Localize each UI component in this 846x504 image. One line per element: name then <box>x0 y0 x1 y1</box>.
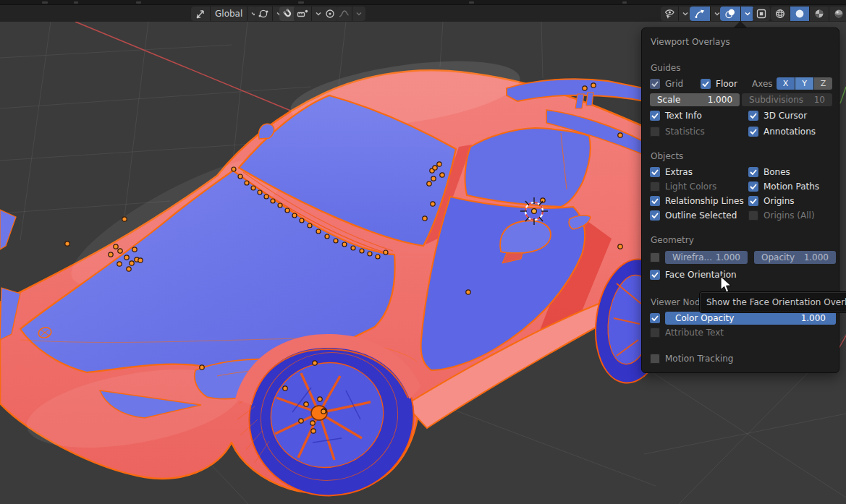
bones-label: Bones <box>763 167 790 177</box>
relationship-lines-checkbox[interactable] <box>650 196 660 206</box>
gizmos-group[interactable] <box>690 7 724 21</box>
outline-selected-label: Outline Selected <box>665 210 737 221</box>
floor-checkbox[interactable] <box>701 79 711 89</box>
shading-material-button[interactable] <box>810 7 829 21</box>
chevron-down-icon <box>356 12 362 16</box>
shading-solid-button[interactable] <box>790 7 809 21</box>
xray-toggle[interactable] <box>753 7 770 21</box>
statistics-label: Statistics <box>665 127 705 137</box>
chevron-down-icon <box>745 12 750 16</box>
gizmos-toggle[interactable] <box>690 7 710 21</box>
annotations-checkbox[interactable] <box>748 127 758 137</box>
proportional-falloff-dropdown[interactable] <box>336 7 365 21</box>
axes-xyz-toggle[interactable]: X Y Z <box>777 77 832 90</box>
proportional-falloff-icon <box>338 8 350 20</box>
popover-arrow <box>734 21 747 27</box>
shading-wireframe-icon <box>774 8 786 20</box>
color-opacity-slider[interactable]: Color Opacity1.000 <box>665 312 836 325</box>
check-icon <box>651 272 659 278</box>
grid-label: Grid <box>665 79 694 89</box>
check-icon <box>750 169 757 175</box>
tooltip: Show the Face Orientation Overlay. <box>699 291 846 313</box>
chevron-down-icon <box>316 12 321 16</box>
check-icon <box>651 198 659 204</box>
check-icon <box>750 198 757 204</box>
check-icon <box>651 315 659 321</box>
check-icon <box>750 184 757 189</box>
viewport-header: Global <box>0 5 846 22</box>
attribute-text-label: Attribute Text <box>665 328 724 338</box>
axis-x-button[interactable]: X <box>777 77 795 90</box>
3d-cursor-label: 3D Cursor <box>763 111 807 121</box>
section-guides: Guides <box>651 63 681 73</box>
axis-z-button[interactable]: Z <box>814 77 832 90</box>
snap-target-icon <box>297 8 308 20</box>
check-icon <box>750 129 757 134</box>
check-icon <box>651 113 659 119</box>
section-viewer-node: Viewer Node <box>651 297 706 307</box>
snap-target-dropdown[interactable] <box>294 7 325 21</box>
statistics-checkbox[interactable] <box>650 127 660 137</box>
origins-label: Origins <box>763 196 795 206</box>
shading-mode-group[interactable] <box>771 7 846 21</box>
bones-checkbox[interactable] <box>748 167 758 177</box>
pivot-point-icon <box>258 8 269 20</box>
panel-title: Viewport Overlays <box>651 37 730 47</box>
3d-cursor-checkbox[interactable] <box>748 111 758 121</box>
check-icon <box>651 81 659 87</box>
car-side-window-blue <box>465 128 591 207</box>
menubar-cutoff <box>0 0 846 5</box>
grid-subdivisions-slider[interactable]: Subdivisions10 <box>742 93 832 106</box>
transform-orientation-icon <box>195 8 206 20</box>
transform-orientation-label[interactable]: Global <box>211 7 247 21</box>
wireframe-slider[interactable]: Wirefra...1.000 <box>665 251 748 264</box>
shading-material-icon <box>813 8 825 20</box>
grid-checkbox[interactable] <box>650 79 660 89</box>
motion-paths-checkbox[interactable] <box>748 181 758 192</box>
tooltip-text: Show the Face Orientation Overlay. <box>706 297 846 307</box>
text-info-label: Text Info <box>665 111 702 121</box>
color-opacity-checkbox[interactable] <box>650 313 660 323</box>
shading-wireframe-button[interactable] <box>771 7 790 21</box>
motion-tracking-checkbox[interactable] <box>650 354 660 364</box>
show-object-types-dropdown[interactable] <box>661 7 692 21</box>
wireframe-checkbox[interactable] <box>650 252 660 262</box>
light-colors-label: Light Colors <box>665 181 716 192</box>
light-colors-checkbox[interactable] <box>650 181 660 192</box>
chevron-down-icon <box>682 12 688 16</box>
gizmos-icon <box>694 8 706 20</box>
snap-magnet-icon <box>282 8 294 20</box>
text-info-checkbox[interactable] <box>650 111 660 121</box>
overlays-toggle[interactable] <box>720 7 740 21</box>
shading-solid-icon <box>794 8 805 20</box>
check-icon <box>702 81 709 87</box>
chevron-down-icon <box>714 12 720 16</box>
origins-checkbox[interactable] <box>748 196 758 206</box>
extras-checkbox[interactable] <box>650 167 660 177</box>
overlays-icon <box>724 8 736 20</box>
origins-all-label: Origins (All) <box>763 210 815 221</box>
axes-label: Axes <box>752 79 777 89</box>
relationship-lines-label: Relationship Lines <box>665 196 744 206</box>
origins-all-checkbox[interactable] <box>748 210 758 221</box>
geometry-opacity-slider[interactable]: Opacity1.000 <box>754 251 836 264</box>
extras-label: Extras <box>665 167 693 177</box>
face-orientation-checkbox[interactable] <box>650 270 660 280</box>
outline-selected-checkbox[interactable] <box>650 210 660 221</box>
motion-paths-label: Motion Paths <box>763 181 819 192</box>
mouse-cursor-icon <box>719 276 733 294</box>
section-geometry: Geometry <box>651 235 694 245</box>
shading-rendered-button[interactable] <box>829 7 846 21</box>
check-icon <box>651 169 659 175</box>
floor-label: Floor <box>716 79 746 89</box>
axis-y-button[interactable]: Y <box>795 77 814 90</box>
proportional-editing-icon <box>324 8 336 20</box>
overlays-group[interactable] <box>720 7 754 21</box>
show-object-types-icon <box>664 8 675 20</box>
section-objects: Objects <box>651 151 683 161</box>
check-icon <box>750 113 757 119</box>
check-icon <box>651 213 659 218</box>
grid-scale-slider[interactable]: Scale1.000 <box>650 93 740 106</box>
attribute-text-checkbox[interactable] <box>650 328 660 338</box>
transform-orientation-dropdown[interactable]: Global <box>191 7 261 21</box>
